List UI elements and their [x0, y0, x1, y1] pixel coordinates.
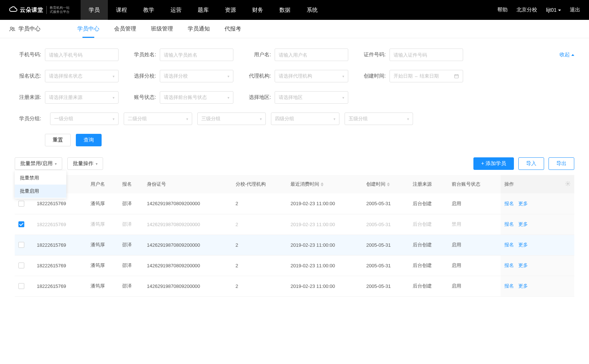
cloud-icon: [9, 6, 18, 14]
date-range-picker[interactable]: 开始日期–结束日期: [389, 70, 463, 82]
more-link[interactable]: 更多: [518, 221, 528, 227]
sub-tab-4[interactable]: 代报考: [225, 20, 241, 38]
filter-select[interactable]: 请选择分校▾: [160, 70, 233, 82]
toolbar-right: + 添加学员 导入 导出: [473, 157, 574, 170]
cell: 邵泽: [119, 276, 143, 296]
cell: 2005-05-31: [363, 235, 409, 255]
logo: 云朵课堂 教育机构一站 式服务云平台: [9, 6, 70, 14]
group-select-1[interactable]: 一级分组▾: [50, 113, 119, 125]
sub-tab-0[interactable]: 学员中心: [77, 20, 99, 38]
batch-toggle-dropdown[interactable]: 批量禁用/启用 ▾: [15, 157, 62, 170]
import-button[interactable]: 导入: [518, 157, 544, 170]
row-checkbox[interactable]: [18, 283, 24, 289]
main-tab-8[interactable]: 系统: [299, 0, 326, 20]
batch-ops-dropdown[interactable]: 批量操作 ▾: [67, 157, 103, 170]
filter-input[interactable]: [160, 49, 233, 61]
sort-up-icon: [387, 182, 390, 184]
signup-link[interactable]: 报名: [504, 283, 514, 289]
chevron-down-icon: ▾: [113, 74, 114, 78]
user-menu[interactable]: lijt01: [546, 7, 561, 13]
main-tab-2[interactable]: 教学: [135, 0, 162, 20]
help-link[interactable]: 帮助: [497, 7, 508, 13]
table-header-row: 用户名报名身份证号分校-代理机构最近消费时间创建时间注册来源前台账号状态操作: [15, 175, 574, 193]
cell: 禁用: [448, 214, 501, 235]
menu-batch-disable[interactable]: 批量禁用: [15, 171, 66, 185]
cell: [15, 214, 33, 235]
top-nav: 云朵课堂 教育机构一站 式服务云平台 学员课程教学运营题库资源财务数据系统 帮助…: [0, 0, 589, 20]
sort-up-icon: [321, 182, 324, 184]
chevron-down-icon: ▾: [407, 117, 409, 121]
group-row: 学员分组:一级分组▾二级分组▾三级分组▾四级分组▾五级分组▾: [15, 113, 574, 125]
filter-select[interactable]: 请选择代理机构▾: [275, 70, 348, 82]
row-checkbox[interactable]: [18, 263, 24, 268]
filter-label: 账号状态:: [130, 94, 156, 101]
row-checkbox[interactable]: [18, 221, 24, 227]
filter-select[interactable]: 请选择注册来源▾: [45, 91, 119, 104]
filter-select[interactable]: 请选择地区▾: [275, 91, 348, 104]
table-header-7[interactable]: 创建时间: [363, 175, 409, 193]
chevron-down-icon: ▾: [228, 96, 229, 100]
cell: 后台创建: [409, 255, 448, 276]
operation-cell: 报名更多: [501, 276, 560, 296]
export-button[interactable]: 导出: [549, 157, 574, 170]
sub-tab-2[interactable]: 班级管理: [151, 20, 173, 38]
main-tab-6[interactable]: 财务: [244, 0, 271, 20]
filter-select[interactable]: 请选择前台账号状态▾: [160, 91, 233, 104]
collapse-toggle[interactable]: 收起: [560, 51, 574, 58]
row-checkbox[interactable]: [18, 201, 24, 207]
table-header-3: 报名: [119, 175, 143, 193]
filter-item: 手机号码:: [15, 49, 119, 61]
filter-input[interactable]: [389, 49, 463, 61]
cell: 启用: [448, 276, 501, 296]
query-button[interactable]: 查询: [76, 134, 102, 146]
more-link[interactable]: 更多: [518, 201, 528, 206]
filter-input[interactable]: [275, 49, 348, 61]
chevron-down-icon: ▾: [55, 162, 57, 166]
filter-label: 选择地区:: [244, 94, 271, 101]
signup-link[interactable]: 报名: [504, 242, 514, 247]
filter-label: 代理机构:: [244, 73, 271, 79]
cell: 18222615769: [33, 214, 87, 235]
main-tab-3[interactable]: 运营: [162, 0, 190, 20]
reset-button[interactable]: 重置: [45, 134, 71, 146]
filter-input[interactable]: [45, 49, 119, 61]
table-row: 18222615769潘筠厚邵泽142629198708092000002201…: [15, 276, 574, 296]
group-select-4[interactable]: 四级分组▾: [271, 113, 339, 125]
cell: 邵泽: [119, 235, 143, 255]
logout-link[interactable]: 退出: [570, 7, 580, 13]
filter-item: 注册来源:请选择注册来源▾: [15, 91, 119, 104]
signup-link[interactable]: 报名: [504, 263, 514, 268]
row-checkbox[interactable]: [18, 242, 24, 248]
main-tab-7[interactable]: 数据: [271, 0, 299, 20]
filter-area: 手机号码:学员姓名:用户名:证件号码:收起 报名状态:请选择报名状态▾选择分校:…: [0, 38, 589, 146]
chevron-down-icon: ▾: [334, 117, 335, 121]
add-student-button[interactable]: + 添加学员: [473, 157, 514, 170]
table-row: 18222615769潘筠厚邵泽142629198708092000002201…: [15, 214, 574, 235]
more-link[interactable]: 更多: [518, 263, 528, 268]
caret-down-icon: [558, 10, 561, 11]
more-link[interactable]: 更多: [518, 283, 528, 289]
group-select-3[interactable]: 三级分组▾: [197, 113, 266, 125]
chevron-down-icon: ▾: [186, 117, 188, 121]
main-tab-0[interactable]: 学员: [81, 0, 108, 20]
sub-tab-3[interactable]: 学员通知: [188, 20, 210, 38]
operation-cell: 报名更多: [501, 255, 560, 276]
group-select-2[interactable]: 二级分组▾: [124, 113, 192, 125]
operation-cell: 报名更多: [501, 214, 560, 235]
main-tab-5[interactable]: 资源: [217, 0, 244, 20]
filter-label: 证件号码:: [359, 51, 386, 58]
main-tab-4[interactable]: 题库: [190, 0, 217, 20]
settings-column[interactable]: [560, 175, 574, 193]
more-link[interactable]: 更多: [518, 242, 528, 247]
branch-link[interactable]: 北京分校: [516, 7, 537, 13]
main-tab-1[interactable]: 课程: [108, 0, 135, 20]
group-select-5[interactable]: 五级分组▾: [345, 113, 413, 125]
cell: 邵泽: [119, 214, 143, 235]
signup-link[interactable]: 报名: [504, 201, 514, 206]
table-header-2: 用户名: [87, 175, 119, 193]
sub-tab-1[interactable]: 会员管理: [114, 20, 136, 38]
table-header-6[interactable]: 最近消费时间: [287, 175, 363, 193]
filter-select[interactable]: 请选择报名状态▾: [45, 70, 119, 82]
menu-batch-enable[interactable]: 批量启用: [15, 185, 66, 198]
signup-link[interactable]: 报名: [504, 221, 514, 227]
